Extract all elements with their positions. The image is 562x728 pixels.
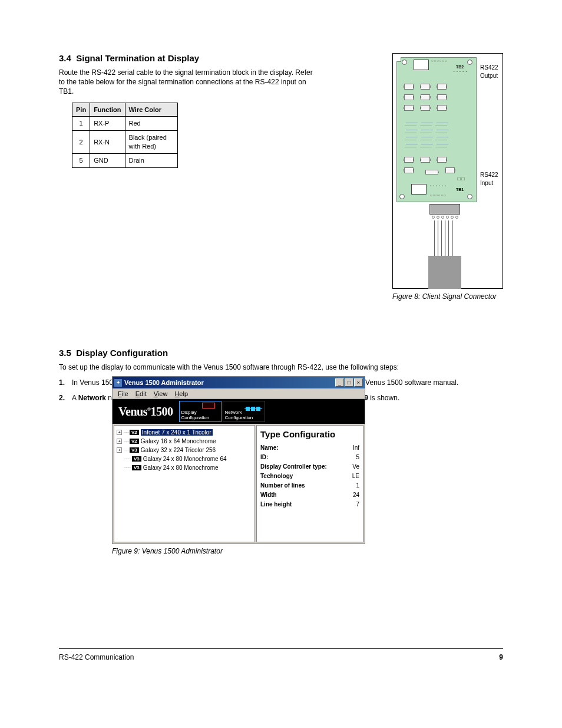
menu-bar: File Edit View Help [113,388,365,399]
menu-file[interactable]: File [115,390,131,398]
window-titlebar[interactable]: ✦ Venus 1500 Administrator _ □ × [113,377,365,388]
section-para: Route the RS-422 serial cable to the sig… [59,68,318,97]
tree-item[interactable]: +┈┈V2Galaxy 16 x 64 Monochrome [117,437,252,446]
logo: Venus®1500 [113,405,179,419]
menu-help[interactable]: Help [171,390,191,398]
table-row: 1RX-PRed [72,117,178,131]
footer-left: RS-422 Communication [59,653,134,661]
app-icon: ✦ [114,379,122,387]
prop-row: TechnologyLE [260,471,359,480]
screenshot-window: ✦ Venus 1500 Administrator _ □ × File Ed… [112,376,365,544]
panel-title: Type Configuratio [260,429,359,439]
footer-page-number: 9 [499,653,503,661]
prop-row: Name:Inf [260,443,359,452]
tree-item[interactable]: ┈┈┈V3Galaxy 24 x 80 Monochrome [117,463,252,472]
section-para: To set up the display to communicate wit… [59,363,503,372]
properties-panel: Type Configuratio Name:Inf ID:5 Display … [256,425,363,542]
minimize-button[interactable]: _ [335,378,344,387]
table-row: 2RX-NBlack (paired with Red) [72,131,178,154]
close-button[interactable]: × [354,378,363,387]
menu-view[interactable]: View [151,390,171,398]
wiring-table: Pin Function Wire Color 1RX-PRed 2RX-NBl… [72,103,178,168]
menu-edit[interactable]: Edit [133,390,150,398]
figure-caption: Figure 9: Venus 1500 Administrator [112,547,223,555]
section-heading: 3.5 Display Configuration [59,348,503,358]
prop-row: Display Controller type:Ve [260,462,359,471]
prop-row: Width24 [260,490,359,499]
network-config-button[interactable]: Network Configuration [223,401,265,422]
prop-row: ID:5 [260,452,359,462]
prop-row: Number of lines1 [260,480,359,490]
table-row: 5GNDDrain [72,153,178,167]
toolbar: Venus®1500 Display Configuration Network… [113,399,365,424]
footer-divider [59,648,503,649]
tree-item[interactable]: ┈┈┈V3Galaxy 24 x 80 Monochrome 64 [117,454,252,463]
tree-item[interactable]: +┈┈V3Galaxy 32 x 224 Tricolor 256 [117,446,252,454]
figure-caption: Figure 8: Client Signal Connector [392,292,503,301]
prop-row: Line height7 [260,499,359,509]
display-config-button[interactable]: Display Configuration [179,401,222,422]
tree-item[interactable]: +┈┈V2Infonet 7 x 240 x 1 Tricolor [117,428,252,437]
section-heading: 3.4 Signal Termination at Display [59,53,318,63]
tree-view[interactable]: +┈┈V2Infonet 7 x 240 x 1 Tricolor +┈┈V2G… [114,425,255,542]
maximize-button[interactable]: □ [345,378,353,387]
circuit-board-figure: ○○○○○○ TB2 ▪ ▪ ▪ ▪ ▪ ▪ ▪ ▪ ▪ ▪ ▪ TB1 [392,53,503,289]
